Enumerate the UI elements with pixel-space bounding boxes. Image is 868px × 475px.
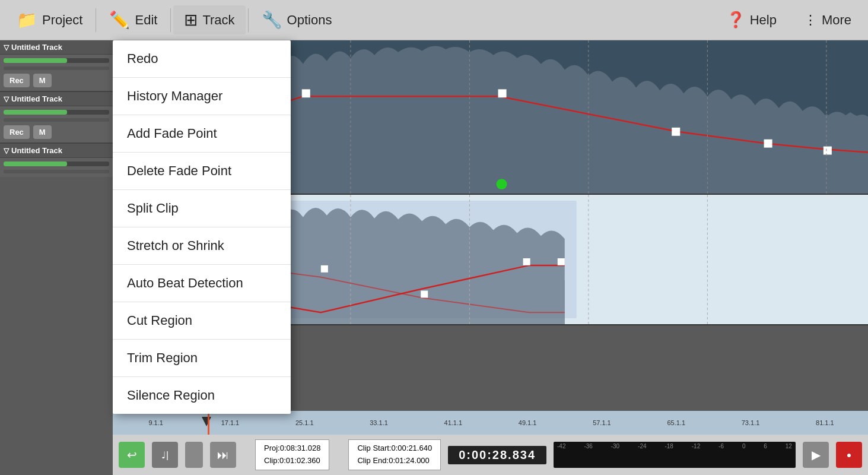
options-label: Options — [287, 12, 332, 28]
track2-volume-fill — [4, 110, 67, 115]
edit-label: Edit — [135, 12, 157, 28]
menu-item-cut[interactable]: Cut Region — [113, 302, 291, 340]
marker-6: 57.1.1 — [565, 419, 639, 426]
clip-info: Clip Start:0:00:21.640 Clip End:0:01:24.… — [348, 439, 441, 470]
marker-0: 9.1.1 — [119, 419, 193, 426]
track3-name: Untitled Track — [11, 146, 62, 155]
track-button[interactable]: ⊞ Track — [173, 5, 245, 34]
meter-labels: -42 -36 -30 -24 -18 -12 -6 0 6 12 — [554, 442, 796, 451]
track3-volume-fill — [4, 162, 67, 166]
menu-item-history[interactable]: History Manager — [113, 78, 291, 115]
track1-m-button[interactable]: M — [33, 74, 52, 87]
help-button[interactable]: ❓ Help — [716, 6, 787, 34]
meter-label-2: -30 — [611, 443, 619, 449]
rewind-icon: ↩ — [127, 448, 137, 462]
menu-item-split[interactable]: Split Clip — [113, 190, 291, 227]
track1-buttons: Rec M — [4, 74, 109, 87]
project-button[interactable]: 📁 Project — [6, 5, 93, 34]
clip-start: Clip Start:0:00:21.640 — [357, 442, 432, 455]
toolbar-right: ❓ Help ⋮ More — [716, 6, 862, 34]
marker-9: 81.1.1 — [788, 419, 862, 426]
meter-label-0: -42 — [557, 443, 565, 449]
track-label: Track — [202, 12, 234, 28]
track2-m-button[interactable]: M — [33, 125, 52, 139]
track2-pan[interactable] — [4, 118, 109, 122]
marker-8: 73.1.1 — [713, 419, 787, 426]
svg-rect-6 — [824, 147, 832, 155]
track1-rec-button[interactable]: Rec — [4, 74, 30, 87]
vu-meter: -42 -36 -30 -24 -18 -12 -6 0 6 12 — [554, 442, 796, 468]
marker-5: 49.1.1 — [490, 419, 564, 426]
menu-item-redo[interactable]: Redo — [113, 40, 291, 78]
track2-controls: Rec M — [0, 106, 113, 144]
play-icon: ▶ — [812, 448, 821, 462]
options-button[interactable]: 🔧 Options — [251, 5, 343, 34]
clip-end: Clip End:0:01:24.000 — [357, 455, 432, 467]
timeline-markers: 9.1.1 17.1.1 25.1.1 33.1.1 41.1.1 49.1.1… — [119, 419, 862, 426]
menu-item-add-fade[interactable]: Add Fade Point — [113, 115, 291, 153]
edit-icon: ✏️ — [109, 10, 130, 30]
status-info: Proj:0:08:31.028 Clip:0:01:02.360 — [255, 439, 329, 470]
svg-rect-16 — [321, 265, 328, 273]
svg-rect-18 — [523, 258, 530, 265]
edit-button[interactable]: ✏️ Edit — [98, 5, 168, 34]
metronome-button[interactable]: ♩| — [152, 442, 178, 468]
bottom-controls: ↩ ♩| ⏭ Proj:0:08:31.028 Clip:0:01:02.360… — [113, 435, 868, 475]
more-icon: ⋮ — [804, 12, 817, 28]
track2-name: Untitled Track — [11, 94, 62, 103]
more-label: More — [822, 12, 851, 28]
menu-item-beat[interactable]: Auto Beat Detection — [113, 265, 291, 302]
meter-label-9: 12 — [786, 443, 792, 449]
track2-volume-bar[interactable] — [4, 110, 109, 115]
sep1 — [96, 8, 96, 32]
record-icon: ● — [847, 450, 851, 460]
play-button[interactable]: ▶ — [803, 442, 829, 468]
meter-label-7: 0 — [742, 443, 746, 449]
marker-3: 33.1.1 — [342, 419, 416, 426]
track3-volume-bar[interactable] — [4, 162, 109, 166]
help-label: Help — [750, 12, 777, 28]
skip-end-icon: ⏭ — [217, 448, 229, 462]
sep3 — [248, 8, 249, 32]
track2-rec-button[interactable]: Rec — [4, 125, 30, 139]
menu-item-delete-fade[interactable]: Delete Fade Point — [113, 153, 291, 190]
meter-label-6: -6 — [718, 443, 724, 449]
current-time: 0:00:28.834 — [448, 446, 546, 464]
playhead-triangle — [202, 417, 211, 426]
tracks-panel: ▽ Untitled Track Rec M ▽ Untitled Track … — [0, 40, 113, 475]
track1-pan[interactable] — [4, 66, 109, 70]
menu-item-stretch[interactable]: Stretch or Shrink — [113, 227, 291, 265]
track2-header[interactable]: ▽ Untitled Track — [0, 92, 113, 106]
meter-label-8: 6 — [764, 443, 767, 449]
menu-item-silence[interactable]: Silence Region — [113, 377, 291, 414]
track3-arrow: ▽ — [4, 147, 9, 155]
options-icon: 🔧 — [262, 10, 282, 30]
svg-point-7 — [497, 179, 507, 189]
rewind-button[interactable]: ↩ — [119, 442, 145, 468]
project-label: Project — [42, 12, 82, 28]
proj-time: Proj:0:08:31.028 — [264, 442, 320, 455]
track1-header[interactable]: ▽ Untitled Track — [0, 40, 113, 55]
loop-indicator — [185, 442, 203, 468]
track1-controls: Rec M — [0, 55, 113, 92]
track1-name: Untitled Track — [11, 43, 62, 52]
track1-arrow: ▽ — [4, 43, 9, 52]
track-dropdown-menu: Redo History Manager Add Fade Point Dele… — [113, 40, 291, 414]
more-button[interactable]: ⋮ More — [793, 8, 862, 33]
svg-rect-2 — [302, 89, 310, 97]
svg-rect-3 — [498, 89, 507, 97]
folder-icon: 📁 — [17, 10, 37, 30]
menu-item-trim[interactable]: Trim Region — [113, 340, 291, 377]
track1-volume-fill — [4, 58, 67, 63]
record-button[interactable]: ● — [836, 442, 862, 468]
meter-label-5: -12 — [692, 443, 700, 449]
track1-volume-bar[interactable] — [4, 58, 109, 63]
playhead-timeline — [208, 411, 209, 435]
track3-header[interactable]: ▽ Untitled Track — [0, 144, 113, 158]
track3-pan[interactable] — [4, 170, 109, 173]
svg-rect-4 — [672, 128, 680, 136]
track2-arrow: ▽ — [4, 95, 9, 103]
meter-label-3: -24 — [638, 443, 646, 449]
marker-7: 65.1.1 — [639, 419, 713, 426]
skip-end-button[interactable]: ⏭ — [210, 442, 236, 468]
